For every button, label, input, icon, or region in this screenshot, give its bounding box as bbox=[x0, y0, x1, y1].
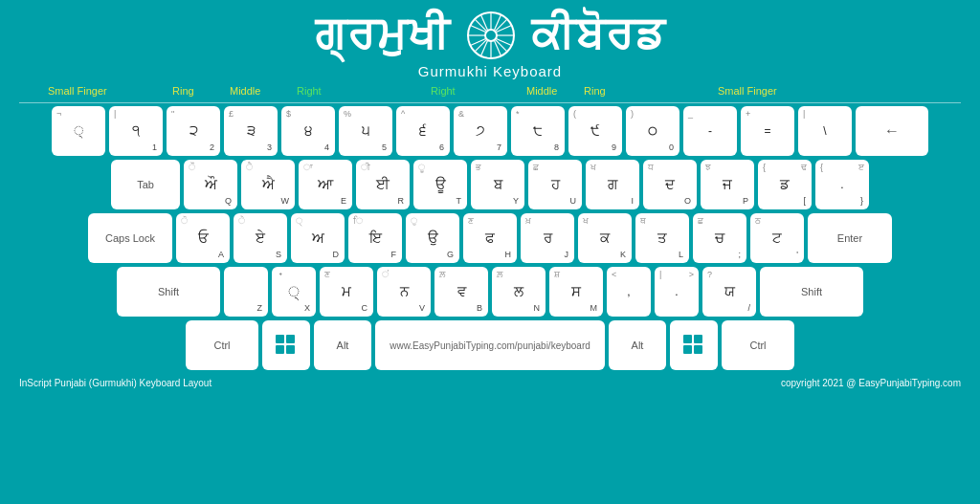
key-shift-right[interactable]: Shift bbox=[760, 267, 863, 317]
key-minus[interactable]: - _ bbox=[683, 106, 737, 156]
key-alt-left[interactable]: Alt bbox=[314, 320, 371, 370]
finger-label-ring-right: Ring bbox=[584, 85, 606, 97]
key-3[interactable]: ੩ £ 3 bbox=[224, 106, 278, 156]
key-ctrl-left[interactable]: Ctrl bbox=[186, 320, 258, 370]
main-container: ਗ੍ਰਮੁਖੀ bbox=[0, 0, 980, 504]
key-comma[interactable]: , < bbox=[607, 267, 651, 317]
title-row: ਗ੍ਰਮੁਖੀ bbox=[315, 10, 666, 61]
zxcv-row: Shift Z ੍ ੶ X ਮ ਣ C ਨ ਂ V ਵ ਲ਼ B ਲ ਲ਼ bbox=[117, 267, 863, 317]
key-n[interactable]: ਲ ਲ਼ N bbox=[492, 267, 546, 317]
key-q[interactable]: ਔ ੌ Q bbox=[184, 160, 237, 209]
key-c[interactable]: ਮ ਣ C bbox=[320, 267, 373, 317]
key-win-right[interactable] bbox=[670, 320, 718, 370]
key-alt-right[interactable]: Alt bbox=[609, 320, 666, 370]
svg-line-14 bbox=[470, 26, 485, 33]
svg-line-17 bbox=[496, 26, 511, 33]
key-7[interactable]: ੭ & 7 bbox=[454, 106, 507, 156]
key-h[interactable]: ਫ ਣ H bbox=[463, 213, 517, 263]
key-t[interactable]: ਊ ੂ T bbox=[413, 160, 467, 209]
key-k[interactable]: ਕ ਖ K bbox=[578, 213, 632, 263]
key-a[interactable]: ਓ ੋ A bbox=[176, 213, 230, 263]
key-m[interactable]: ਸ ਸ਼ M bbox=[549, 267, 603, 317]
key-v[interactable]: ਨ ਂ V bbox=[377, 267, 431, 317]
svg-rect-25 bbox=[694, 345, 702, 354]
key-o[interactable]: ਦ ਧ O bbox=[643, 160, 697, 209]
windows-icon-right bbox=[683, 335, 704, 356]
key-9[interactable]: ੯ ( 9 bbox=[568, 106, 622, 156]
footer-right-text: copyright 2021 @ EasyPunjabiTyping.com bbox=[781, 378, 961, 388]
key-l[interactable]: ਤ ਥ L bbox=[635, 213, 689, 263]
svg-rect-19 bbox=[286, 335, 295, 343]
finger-label-right-left: Right bbox=[297, 85, 322, 97]
key-hash[interactable]: \ | bbox=[798, 106, 852, 156]
svg-rect-22 bbox=[683, 335, 692, 343]
ashoka-wheel-icon bbox=[466, 11, 516, 60]
key-f[interactable]: ਇ ਿ F bbox=[348, 213, 402, 263]
key-p[interactable]: ਜ ਝ P bbox=[701, 160, 754, 209]
key-ctrl-right[interactable]: Ctrl bbox=[722, 320, 794, 370]
svg-rect-21 bbox=[286, 345, 295, 354]
url-text: www.EasyPunjabiTyping.com/punjabi/keyboa… bbox=[390, 340, 590, 351]
key-bracket-open[interactable]: ਡ { ਢ [ bbox=[758, 160, 812, 209]
key-e[interactable]: ਆ ਾ E bbox=[299, 160, 352, 209]
svg-line-11 bbox=[494, 41, 501, 56]
key-bracket-close[interactable]: . { ੲ } bbox=[815, 160, 869, 209]
key-w[interactable]: ਐ ੈ W bbox=[241, 160, 295, 209]
number-row: ੍ ¬ ੧ | 1 ੨ " 2 ੩ £ 3 ੪ $ 4 ੫ % 5 ੬ bbox=[52, 106, 928, 156]
finger-label-middle-right: Middle bbox=[526, 85, 557, 97]
key-0[interactable]: ੦ ) 0 bbox=[626, 106, 679, 156]
key-u[interactable]: ਹ ਛ U bbox=[528, 160, 582, 209]
key-semicolon[interactable]: ਚ ਛ ; bbox=[693, 213, 746, 263]
key-4[interactable]: ੪ $ 4 bbox=[281, 106, 335, 156]
key-g[interactable]: ਉ ੁ G bbox=[406, 213, 459, 263]
finger-label-middle-left: Middle bbox=[230, 85, 260, 97]
svg-rect-20 bbox=[276, 345, 284, 354]
key-capslock[interactable]: Caps Lock bbox=[88, 213, 172, 263]
key-s[interactable]: ਏ ੇ S bbox=[234, 213, 287, 263]
finger-label-ring-left: Ring bbox=[172, 85, 194, 97]
key-r[interactable]: ਈ ੀ R bbox=[356, 160, 410, 209]
key-slash[interactable]: ਯ ? / bbox=[702, 267, 756, 317]
svg-line-16 bbox=[470, 39, 485, 46]
key-y[interactable]: ਬ ਭ Y bbox=[471, 160, 524, 209]
space-row: Ctrl Alt www.EasyPunjabiTyping.com/punja… bbox=[186, 320, 794, 370]
svg-line-13 bbox=[480, 41, 487, 56]
svg-rect-24 bbox=[683, 345, 692, 354]
asdf-row: Caps Lock ਓ ੋ A ਏ ੇ S ਅ ੍ D ਇ ਿ F ਉ ੁ G … bbox=[88, 213, 892, 263]
key-2[interactable]: ੨ " 2 bbox=[167, 106, 220, 156]
key-period[interactable]: . | > bbox=[655, 267, 699, 317]
key-quote[interactable]: ਟ ਠ ' bbox=[750, 213, 804, 263]
key-win-left[interactable] bbox=[262, 320, 310, 370]
title-gurmukhi-right: ਕੀਬੋਰਡ bbox=[531, 10, 666, 61]
key-5[interactable]: ੫ % 5 bbox=[339, 106, 392, 156]
divider bbox=[19, 102, 961, 103]
key-b[interactable]: ਵ ਲ਼ B bbox=[434, 267, 488, 317]
qwerty-row: Tab ਔ ੌ Q ਐ ੈ W ਆ ਾ E ਈ ੀ R ਊ ੂ T ਬ ਭ bbox=[111, 160, 869, 209]
key-backspace[interactable]: ← bbox=[856, 106, 928, 156]
key-8[interactable]: ੮ * 8 bbox=[511, 106, 565, 156]
svg-rect-18 bbox=[276, 335, 284, 343]
key-i[interactable]: ਗ ਖ I bbox=[586, 160, 639, 209]
finger-label-right-right: Right bbox=[431, 85, 456, 97]
svg-line-15 bbox=[496, 39, 511, 46]
key-z[interactable]: Z bbox=[224, 267, 268, 317]
key-backtick[interactable]: ੍ ¬ bbox=[52, 106, 105, 156]
key-tab[interactable]: Tab bbox=[111, 160, 180, 209]
finger-label-small-left: Small Finger bbox=[48, 85, 107, 97]
finger-label-small-right: Small Finger bbox=[718, 85, 777, 97]
footer-left-text: InScript Punjabi (Gurmukhi) Keyboard Lay… bbox=[19, 378, 212, 388]
title-gurmukhi-left: ਗ੍ਰਮੁਖੀ bbox=[315, 10, 451, 61]
subtitle: Gurmukhi Keyboard bbox=[418, 63, 562, 79]
key-space[interactable]: www.EasyPunjabiTyping.com/punjabi/keyboa… bbox=[375, 320, 605, 370]
key-equals[interactable]: = + bbox=[741, 106, 794, 156]
windows-icon bbox=[276, 335, 297, 356]
key-j[interactable]: ਰ ਖ਼ J bbox=[521, 213, 574, 263]
key-d[interactable]: ਅ ੍ D bbox=[291, 213, 345, 263]
key-shift-left[interactable]: Shift bbox=[117, 267, 220, 317]
footer: InScript Punjabi (Gurmukhi) Keyboard Lay… bbox=[19, 378, 961, 388]
svg-line-10 bbox=[480, 15, 487, 31]
key-1[interactable]: ੧ | 1 bbox=[109, 106, 163, 156]
key-enter[interactable]: Enter bbox=[808, 213, 892, 263]
key-x[interactable]: ੍ ੶ X bbox=[272, 267, 316, 317]
key-6[interactable]: ੬ ^ 6 bbox=[396, 106, 450, 156]
